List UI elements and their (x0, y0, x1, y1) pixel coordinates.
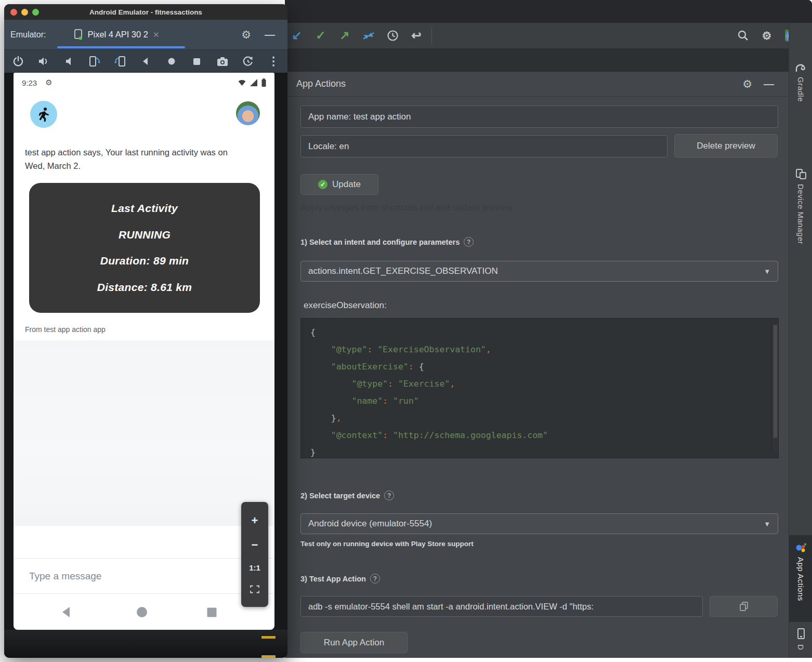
zoom-in-icon[interactable]: + (252, 515, 258, 526)
code-scrollbar[interactable] (771, 324, 778, 453)
battery-icon (261, 78, 266, 87)
volume-up-icon[interactable] (35, 52, 53, 70)
device-icon (796, 628, 806, 640)
tool-strip-partial-tab[interactable]: D (789, 628, 812, 659)
emulator-controls-toolbar: ⋮ (4, 49, 287, 73)
volume-down-icon[interactable] (60, 52, 78, 70)
card-source-note: From test app action app (25, 325, 106, 334)
panel-minimize-icon[interactable]: — (764, 78, 774, 90)
zoom-fit-icon[interactable] (250, 585, 260, 594)
zoom-out-icon[interactable]: − (252, 539, 258, 551)
vcs-push-icon[interactable]: ↗ (333, 25, 357, 46)
zoom-reset-icon[interactable]: 1:1 (249, 564, 260, 572)
step2-help-icon[interactable]: ? (384, 491, 394, 500)
emulator-titlebar: Android Emulator - fitnessactions (4, 4, 287, 20)
step3-label: 3) Test App Action ? (300, 574, 380, 584)
device-manager-label: Device Manager (796, 184, 805, 244)
card-title: Last Activity (111, 202, 178, 215)
signal-icon (250, 79, 258, 86)
step1-label: 1) Select an intent and configure parame… (300, 237, 474, 247)
step3-text: 3) Test App Action (300, 575, 366, 583)
locale-field[interactable]: Locale: en (300, 135, 667, 157)
avd-tab-close-icon[interactable]: ✕ (153, 30, 160, 39)
emulator-toolbar-label: Emulator: (10, 30, 46, 39)
snapshots-icon[interactable] (239, 52, 257, 70)
mac-minimize-button[interactable] (21, 9, 28, 16)
wifi-icon (238, 79, 246, 86)
more-options-icon[interactable]: ⋮ (265, 52, 282, 70)
message-input[interactable]: Type a message (14, 558, 274, 594)
power-icon[interactable] (9, 52, 27, 70)
app-actions-panel-header: App Actions ⚙ — (285, 72, 789, 97)
app-name-field[interactable]: App name: test app action (300, 105, 778, 128)
active-tab-underline (57, 46, 185, 48)
update-hint-text: Apply changes from shortcuts.xml and upd… (300, 203, 513, 213)
ide-settings-icon[interactable]: ⚙ (755, 25, 779, 46)
device-dropdown-value: Android device (emulator-5554) (308, 519, 432, 529)
overview-icon[interactable] (188, 52, 206, 70)
update-button[interactable]: ✓ Update (300, 174, 378, 195)
tool-strip-device-manager[interactable]: Device Manager (789, 168, 812, 277)
contact-avatar (236, 101, 260, 125)
tool-strip-gradle[interactable]: Gradle (789, 62, 812, 161)
card-duration: Duration: 89 min (100, 255, 189, 267)
step2-label: 2) Select target device ? (300, 491, 394, 500)
nav-recents-icon[interactable] (207, 607, 217, 617)
delete-preview-button[interactable]: Delete preview (674, 134, 778, 157)
emulator-minimize-icon[interactable]: — (265, 29, 275, 41)
intent-dropdown-value: actions.intent.GET_EXERCISE_OBSERVATION (308, 266, 498, 276)
copy-command-button[interactable] (710, 596, 778, 617)
rotate-left-icon[interactable] (86, 52, 103, 70)
device-caret-icon: ▼ (764, 520, 770, 528)
emulator-window-footer (4, 630, 287, 658)
message-placeholder: Type a message (29, 571, 101, 582)
emulator-settings-icon[interactable]: ⚙ (241, 29, 251, 41)
studio-main-toolbar: ↙ ✓ ↗ ↩ ⚙ (285, 23, 812, 49)
intent-parameters-code-editor[interactable]: { "@type": "ExerciseObservation", "about… (300, 318, 779, 458)
rotate-right-icon[interactable] (111, 52, 129, 70)
vcs-commit-icon[interactable]: ✓ (309, 25, 333, 46)
mac-close-button[interactable] (10, 9, 17, 16)
mac-zoom-button[interactable] (32, 9, 39, 16)
gold-marker-top (261, 636, 276, 639)
undo-icon[interactable]: ↩ (404, 25, 428, 46)
update-button-label: Update (332, 179, 361, 190)
gradle-icon (795, 62, 807, 73)
nav-back-icon[interactable] (61, 606, 72, 618)
step3-help-icon[interactable]: ? (370, 574, 380, 584)
partial-tab-label: D (796, 644, 805, 650)
app-runner-icon (30, 101, 57, 128)
vcs-merge-icon[interactable] (357, 25, 381, 46)
back-icon[interactable] (137, 52, 154, 70)
device-manager-icon (795, 168, 807, 180)
adb-command-field[interactable]: adb -s emulator-5554 shell am start -a a… (300, 596, 703, 617)
local-history-icon[interactable] (381, 25, 404, 46)
param-label: exerciseObservation: (304, 300, 387, 311)
toolbar-divider (431, 27, 432, 45)
emulator-tab-row: Emulator: Pixel 4 API 30 2 ✕ ⚙ — (4, 20, 287, 49)
search-everywhere-icon[interactable] (731, 25, 755, 46)
tool-strip-app-actions-selected[interactable]: App Actions (789, 535, 812, 622)
intent-caret-icon: ▼ (764, 268, 770, 275)
home-icon[interactable] (163, 52, 180, 70)
status-time: 9:23 (22, 78, 37, 87)
last-activity-card: Last Activity RUNNING Duration: 89 min D… (29, 183, 260, 313)
vcs-update-icon[interactable]: ↙ (285, 25, 309, 46)
emulator-zoom-panel: + − 1:1 (241, 502, 268, 607)
studio-titlebar (285, 0, 812, 23)
copy-icon (739, 601, 749, 612)
target-device-dropdown[interactable]: Android device (emulator-5554) ▼ (300, 513, 778, 534)
nav-home-icon[interactable] (136, 606, 148, 618)
emulator-window-title: Android Emulator - fitnessactions (89, 8, 202, 16)
avd-tab[interactable]: Pixel 4 API 30 2 ✕ (74, 20, 159, 49)
run-app-action-button[interactable]: Run App Action (300, 632, 408, 653)
screenshot-camera-icon[interactable] (214, 52, 231, 70)
step2-text: 2) Select target device (300, 492, 380, 500)
step1-text: 1) Select an intent and configure parame… (300, 238, 460, 246)
assistant-icon (795, 542, 807, 553)
panel-settings-icon[interactable]: ⚙ (742, 78, 752, 90)
editor-background-strip (285, 49, 789, 72)
intent-dropdown[interactable]: actions.intent.GET_EXERCISE_OBSERVATION … (300, 261, 778, 282)
android-emulator-window: Android Emulator - fitnessactions Emulat… (4, 4, 287, 658)
step1-help-icon[interactable]: ? (464, 237, 474, 247)
